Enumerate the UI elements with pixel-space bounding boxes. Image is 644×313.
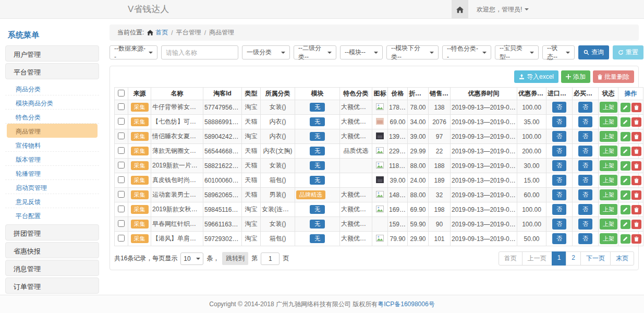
delete-button[interactable] <box>631 176 641 185</box>
delete-button[interactable] <box>631 147 641 156</box>
per-page-select[interactable]: 10 <box>180 252 203 265</box>
batch-delete-button[interactable]: 批量删除 <box>593 70 634 83</box>
status-button[interactable]: 上架 <box>600 146 617 156</box>
reset-button[interactable]: 重置 <box>613 45 643 59</box>
select-all-checkbox[interactable] <box>118 90 125 97</box>
page-number-input[interactable] <box>261 252 280 265</box>
row-checkbox[interactable] <box>118 162 125 168</box>
page-button[interactable]: 首页 <box>499 251 523 266</box>
edit-button[interactable] <box>621 147 630 156</box>
home-button[interactable] <box>452 0 468 19</box>
import-toggle-button[interactable]: 否 <box>552 219 566 230</box>
sidebar-item[interactable]: 宣传物料 <box>5 138 99 152</box>
must-buy-toggle-button[interactable]: 否 <box>578 131 592 142</box>
import-toggle-button[interactable]: 否 <box>552 204 566 215</box>
must-buy-toggle-button[interactable]: 否 <box>578 146 592 156</box>
sidebar-item[interactable]: 意见反馈 <box>5 194 99 208</box>
add-button[interactable]: 添加 <box>561 70 590 83</box>
sidebar-item[interactable]: 启动页管理 <box>5 180 99 194</box>
page-button[interactable]: 1 <box>552 251 567 266</box>
must-buy-toggle-button[interactable]: 否 <box>578 189 592 200</box>
status-button[interactable]: 上架 <box>600 219 617 230</box>
must-buy-toggle-button[interactable]: 否 <box>578 204 592 215</box>
edit-button[interactable] <box>621 220 630 229</box>
import-toggle-button[interactable]: 否 <box>552 146 566 156</box>
edit-button[interactable] <box>621 234 630 244</box>
delete-button[interactable] <box>631 103 641 112</box>
delete-button[interactable] <box>631 132 641 141</box>
row-checkbox[interactable] <box>118 191 125 198</box>
name-search-input[interactable] <box>161 45 238 59</box>
sidebar-group[interactable]: 拼团管理 <box>5 224 99 240</box>
import-toggle-button[interactable]: 否 <box>552 160 566 171</box>
edit-button[interactable] <box>621 190 630 200</box>
row-checkbox[interactable] <box>118 103 125 110</box>
edit-button[interactable] <box>621 176 630 185</box>
page-button[interactable]: 末页 <box>610 251 634 266</box>
must-buy-toggle-button[interactable]: 否 <box>578 102 592 113</box>
status-button[interactable]: 上架 <box>600 160 617 171</box>
sidebar-group[interactable]: 消息管理 <box>5 260 99 276</box>
import-excel-button[interactable]: 导入excel <box>514 70 558 83</box>
edit-button[interactable] <box>621 103 630 112</box>
sidebar-group[interactable]: 省惠快报 <box>5 242 99 258</box>
filter-select[interactable]: --宝贝类型-- <box>495 45 539 59</box>
sidebar-item-active[interactable]: 商品管理 <box>7 124 98 138</box>
page-button[interactable]: 上一页 <box>522 251 552 266</box>
import-toggle-button[interactable]: 否 <box>552 175 566 186</box>
delete-button[interactable] <box>631 234 641 244</box>
filter-select[interactable]: --数据来源-- <box>110 45 157 59</box>
row-checkbox[interactable] <box>118 235 125 242</box>
edit-button[interactable] <box>621 161 630 171</box>
sidebar-item[interactable]: 版本管理 <box>5 152 99 166</box>
sidebar-item[interactable]: 特色分类 <box>5 110 99 124</box>
sidebar-item[interactable]: 轮播管理 <box>5 166 99 180</box>
page-button[interactable]: 2 <box>566 251 581 266</box>
edit-button[interactable] <box>621 205 630 214</box>
jump-button[interactable]: 跳转到 <box>222 252 248 265</box>
row-checkbox[interactable] <box>118 118 125 125</box>
sidebar-item[interactable]: 模块商品分类 <box>5 95 99 110</box>
sidebar-group[interactable]: 订单管理 <box>5 278 99 294</box>
status-button[interactable]: 上架 <box>600 102 617 113</box>
sidebar-group[interactable]: 平台管理 <box>5 63 99 79</box>
row-checkbox[interactable] <box>118 176 125 183</box>
filter-select[interactable]: --模块下分类-- <box>386 45 439 59</box>
icp-link[interactable]: 粤ICP备16098006号 <box>378 300 434 308</box>
status-button[interactable]: 上架 <box>600 131 617 142</box>
row-checkbox[interactable] <box>118 147 125 154</box>
filter-select[interactable]: --模块-- <box>340 45 383 59</box>
filter-select[interactable]: --状态-- <box>542 45 575 59</box>
status-button[interactable]: 上架 <box>600 175 617 186</box>
delete-button[interactable] <box>631 117 641 127</box>
import-toggle-button[interactable]: 否 <box>552 233 566 244</box>
import-toggle-button[interactable]: 否 <box>552 116 566 127</box>
edit-button[interactable] <box>621 117 630 127</box>
must-buy-toggle-button[interactable]: 否 <box>578 233 592 244</box>
must-buy-toggle-button[interactable]: 否 <box>578 116 592 127</box>
filter-select[interactable]: --二级分类-- <box>294 45 336 59</box>
page-button[interactable]: 下一页 <box>580 251 611 266</box>
search-button[interactable]: 查询 <box>578 45 609 59</box>
filter-select[interactable]: 一级分类 <box>242 45 290 59</box>
import-toggle-button[interactable]: 否 <box>552 102 566 113</box>
row-checkbox[interactable] <box>118 133 125 139</box>
status-button[interactable]: 上架 <box>600 116 617 127</box>
must-buy-toggle-button[interactable]: 否 <box>578 175 592 186</box>
status-button[interactable]: 上架 <box>600 189 617 200</box>
sidebar-item[interactable]: 商品分类 <box>5 81 99 95</box>
delete-button[interactable] <box>631 205 641 214</box>
filter-select[interactable]: --特色分类-- <box>442 45 491 59</box>
import-toggle-button[interactable]: 否 <box>552 189 566 200</box>
status-button[interactable]: 上架 <box>600 233 617 244</box>
sidebar-item[interactable]: 平台配置 <box>5 208 99 222</box>
breadcrumb-home-link[interactable]: 首页 <box>147 28 168 37</box>
import-toggle-button[interactable]: 否 <box>552 131 566 142</box>
delete-button[interactable] <box>631 190 641 200</box>
edit-button[interactable] <box>621 132 630 141</box>
status-button[interactable]: 上架 <box>600 204 617 215</box>
row-checkbox[interactable] <box>118 220 125 227</box>
must-buy-toggle-button[interactable]: 否 <box>578 160 592 171</box>
delete-button[interactable] <box>631 220 641 229</box>
row-checkbox[interactable] <box>118 206 125 212</box>
